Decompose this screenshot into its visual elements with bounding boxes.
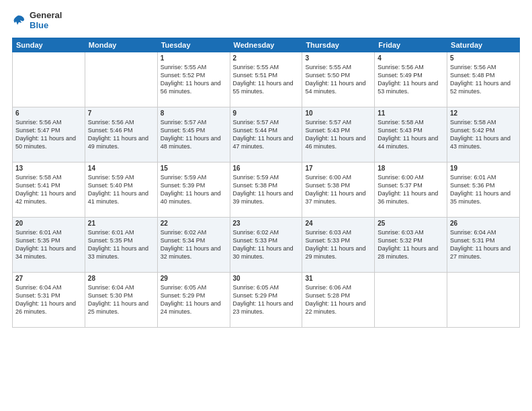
day-cell: 10Sunrise: 5:57 AMSunset: 5:43 PMDayligh…: [302, 107, 375, 162]
day-number: 15: [161, 165, 227, 172]
logo-line2: Blue: [30, 21, 62, 31]
day-number: 28: [88, 275, 154, 282]
day-cell: 11Sunrise: 5:58 AMSunset: 5:43 PMDayligh…: [375, 107, 447, 162]
day-number: 5: [450, 54, 517, 62]
day-cell: 14Sunrise: 5:59 AMSunset: 5:40 PMDayligh…: [85, 162, 157, 217]
day-cell: 1Sunrise: 5:55 AMSunset: 5:52 PMDaylight…: [157, 52, 230, 107]
cell-content: Sunrise: 5:55 AMSunset: 5:50 PMDaylight:…: [305, 63, 371, 96]
cell-content: Sunrise: 5:55 AMSunset: 5:52 PMDaylight:…: [161, 63, 227, 96]
day-cell: 31Sunrise: 6:06 AMSunset: 5:28 PMDayligh…: [302, 272, 375, 327]
cell-content: Sunrise: 6:03 AMSunset: 5:32 PMDaylight:…: [378, 228, 444, 261]
cell-content: Sunrise: 6:04 AMSunset: 5:31 PMDaylight:…: [15, 283, 82, 316]
logo: General Blue: [12, 11, 62, 31]
day-cell: [375, 272, 447, 327]
weekday-header-tuesday: Tuesday: [157, 38, 230, 52]
day-number: 11: [378, 109, 444, 117]
day-number: 17: [305, 165, 371, 172]
cell-content: Sunrise: 5:59 AMSunset: 5:39 PMDaylight:…: [161, 173, 227, 206]
day-cell: 6Sunrise: 5:56 AMSunset: 5:47 PMDaylight…: [13, 107, 85, 162]
day-cell: 9Sunrise: 5:57 AMSunset: 5:44 PMDaylight…: [230, 107, 302, 162]
day-cell: [13, 52, 85, 107]
day-cell: 30Sunrise: 6:05 AMSunset: 5:29 PMDayligh…: [230, 272, 302, 327]
day-number: 31: [305, 275, 371, 282]
cell-content: Sunrise: 5:58 AMSunset: 5:42 PMDaylight:…: [450, 118, 517, 151]
header-row: SundayMondayTuesdayWednesdayThursdayFrid…: [13, 38, 520, 52]
day-number: 29: [161, 275, 227, 282]
day-cell: 5Sunrise: 5:56 AMSunset: 5:48 PMDaylight…: [447, 52, 520, 107]
day-number: 27: [15, 275, 82, 282]
day-number: 10: [305, 109, 371, 117]
day-number: 14: [88, 165, 154, 172]
cell-content: Sunrise: 5:56 AMSunset: 5:47 PMDaylight:…: [15, 118, 82, 151]
day-number: 23: [233, 220, 300, 227]
week-row-2: 6Sunrise: 5:56 AMSunset: 5:47 PMDaylight…: [13, 107, 520, 162]
weekday-header-sunday: Sunday: [13, 38, 85, 52]
day-cell: [85, 52, 157, 107]
day-cell: [447, 272, 520, 327]
day-number: 7: [88, 109, 154, 117]
day-cell: 7Sunrise: 5:56 AMSunset: 5:46 PMDaylight…: [85, 107, 157, 162]
day-cell: 15Sunrise: 5:59 AMSunset: 5:39 PMDayligh…: [157, 162, 230, 217]
day-number: 21: [88, 220, 154, 227]
cell-content: Sunrise: 6:01 AMSunset: 5:35 PMDaylight:…: [88, 228, 154, 261]
day-cell: 16Sunrise: 5:59 AMSunset: 5:38 PMDayligh…: [230, 162, 302, 217]
day-number: 4: [378, 54, 444, 62]
day-cell: 13Sunrise: 5:58 AMSunset: 5:41 PMDayligh…: [13, 162, 85, 217]
weekday-header-friday: Friday: [375, 38, 447, 52]
cell-content: Sunrise: 5:58 AMSunset: 5:43 PMDaylight:…: [378, 118, 444, 151]
day-cell: 19Sunrise: 6:01 AMSunset: 5:36 PMDayligh…: [447, 162, 520, 217]
day-number: 1: [161, 54, 227, 62]
day-cell: 17Sunrise: 6:00 AMSunset: 5:38 PMDayligh…: [302, 162, 375, 217]
header: General Blue: [12, 11, 520, 31]
day-number: 13: [15, 165, 82, 172]
day-cell: 29Sunrise: 6:05 AMSunset: 5:29 PMDayligh…: [157, 272, 230, 327]
weekday-header-monday: Monday: [85, 38, 157, 52]
cell-content: Sunrise: 6:03 AMSunset: 5:33 PMDaylight:…: [305, 228, 371, 261]
cell-content: Sunrise: 6:01 AMSunset: 5:36 PMDaylight:…: [450, 173, 517, 206]
day-number: 6: [15, 109, 82, 117]
day-number: 16: [233, 165, 300, 172]
day-number: 8: [161, 109, 227, 117]
day-number: 25: [378, 220, 444, 227]
calendar-table: SundayMondayTuesdayWednesdayThursdayFrid…: [12, 38, 520, 328]
cell-content: Sunrise: 6:04 AMSunset: 5:31 PMDaylight:…: [450, 228, 517, 261]
day-cell: 23Sunrise: 6:02 AMSunset: 5:33 PMDayligh…: [230, 217, 302, 272]
day-number: 26: [450, 220, 517, 227]
day-cell: 24Sunrise: 6:03 AMSunset: 5:33 PMDayligh…: [302, 217, 375, 272]
cell-content: Sunrise: 6:05 AMSunset: 5:29 PMDaylight:…: [233, 283, 300, 316]
day-cell: 28Sunrise: 6:04 AMSunset: 5:30 PMDayligh…: [85, 272, 157, 327]
week-row-1: 1Sunrise: 5:55 AMSunset: 5:52 PMDaylight…: [13, 52, 520, 107]
cell-content: Sunrise: 5:57 AMSunset: 5:45 PMDaylight:…: [161, 118, 227, 151]
day-number: 22: [161, 220, 227, 227]
day-number: 12: [450, 109, 517, 117]
weekday-header-thursday: Thursday: [302, 38, 375, 52]
day-cell: 4Sunrise: 5:56 AMSunset: 5:49 PMDaylight…: [375, 52, 447, 107]
week-row-4: 20Sunrise: 6:01 AMSunset: 5:35 PMDayligh…: [13, 217, 520, 272]
cell-content: Sunrise: 5:56 AMSunset: 5:49 PMDaylight:…: [378, 63, 444, 96]
cell-content: Sunrise: 5:56 AMSunset: 5:48 PMDaylight:…: [450, 63, 517, 96]
day-number: 19: [450, 165, 517, 172]
cell-content: Sunrise: 6:00 AMSunset: 5:38 PMDaylight:…: [305, 173, 371, 206]
cell-content: Sunrise: 6:02 AMSunset: 5:34 PMDaylight:…: [161, 228, 227, 261]
cell-content: Sunrise: 5:58 AMSunset: 5:41 PMDaylight:…: [15, 173, 82, 206]
day-number: 18: [378, 165, 444, 172]
cell-content: Sunrise: 5:59 AMSunset: 5:40 PMDaylight:…: [88, 173, 154, 206]
day-cell: 26Sunrise: 6:04 AMSunset: 5:31 PMDayligh…: [447, 217, 520, 272]
page: General Blue SundayMondayTuesdayWednesda…: [0, 0, 532, 411]
cell-content: Sunrise: 6:01 AMSunset: 5:35 PMDaylight:…: [15, 228, 82, 261]
day-cell: 25Sunrise: 6:03 AMSunset: 5:32 PMDayligh…: [375, 217, 447, 272]
cell-content: Sunrise: 6:02 AMSunset: 5:33 PMDaylight:…: [233, 228, 300, 261]
week-row-3: 13Sunrise: 5:58 AMSunset: 5:41 PMDayligh…: [13, 162, 520, 217]
cell-content: Sunrise: 5:57 AMSunset: 5:43 PMDaylight:…: [305, 118, 371, 151]
cell-content: Sunrise: 6:04 AMSunset: 5:30 PMDaylight:…: [88, 283, 154, 316]
cell-content: Sunrise: 6:00 AMSunset: 5:37 PMDaylight:…: [378, 173, 444, 206]
cell-content: Sunrise: 6:05 AMSunset: 5:29 PMDaylight:…: [161, 283, 227, 316]
cell-content: Sunrise: 5:57 AMSunset: 5:44 PMDaylight:…: [233, 118, 300, 151]
day-cell: 2Sunrise: 5:55 AMSunset: 5:51 PMDaylight…: [230, 52, 302, 107]
weekday-header-wednesday: Wednesday: [230, 38, 302, 52]
day-cell: 8Sunrise: 5:57 AMSunset: 5:45 PMDaylight…: [157, 107, 230, 162]
logo-bird-icon: [12, 14, 26, 28]
day-cell: 20Sunrise: 6:01 AMSunset: 5:35 PMDayligh…: [13, 217, 85, 272]
day-cell: 27Sunrise: 6:04 AMSunset: 5:31 PMDayligh…: [13, 272, 85, 327]
cell-content: Sunrise: 5:59 AMSunset: 5:38 PMDaylight:…: [233, 173, 300, 206]
